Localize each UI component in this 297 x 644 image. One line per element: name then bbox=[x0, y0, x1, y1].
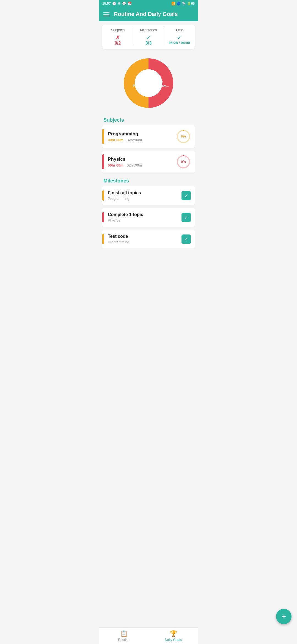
chart-label-prog: Programm… bbox=[152, 84, 169, 88]
milestone-subject-1: Programming bbox=[108, 197, 182, 201]
subject-name-physics: Physics bbox=[108, 157, 176, 162]
progress-circle-programming: 0% bbox=[176, 129, 191, 144]
milestone-checkbox-1[interactable]: ✓ bbox=[182, 191, 191, 200]
subject-card-physics[interactable]: Physics 00hr 00m 02hr:00m 0% bbox=[102, 151, 195, 173]
milestones-section-title: Milestones bbox=[99, 176, 198, 186]
milestone-card-2[interactable]: Complete 1 topic Physics ✓ bbox=[102, 208, 195, 227]
milestone-info-2: Complete 1 topic Physics bbox=[108, 212, 182, 222]
subject-times-physics: 00hr 00m 02hr:00m bbox=[108, 163, 176, 167]
subject-name-programming: Programming bbox=[108, 131, 176, 137]
stat-milestones: Milestones ✓ 3/3 bbox=[133, 24, 164, 49]
stat-milestones-value: 3/3 bbox=[145, 41, 152, 46]
stat-time-label: Time bbox=[175, 28, 183, 32]
stat-time-value: 05:28 / 04:00 bbox=[169, 41, 190, 45]
donut-chart: 50% Physics 50% Programm… bbox=[121, 56, 176, 111]
subject-time-total-programming: 02hr:00m bbox=[127, 138, 142, 142]
milestone-subject-2: Physics bbox=[108, 218, 182, 222]
calendar-icon: 📅 bbox=[128, 2, 132, 6]
progress-circle-physics: 0% bbox=[176, 154, 191, 169]
milestone-subject-3: Programming bbox=[108, 240, 182, 244]
progress-label-programming: 0% bbox=[181, 135, 186, 138]
milestone-accent-3 bbox=[102, 234, 104, 244]
stat-subjects: Subjects ✗ 0/2 bbox=[102, 24, 133, 49]
menu-button[interactable] bbox=[103, 12, 109, 16]
milestone-name-3: Test code bbox=[108, 234, 182, 239]
milestone-card-3[interactable]: Test code Programming ✓ bbox=[102, 230, 195, 249]
status-bar: 15:57 🕐 ⚙ 💬 📅 📶 🔵 📡 🔋65 bbox=[99, 0, 198, 7]
subject-time-done-programming: 00hr 00m bbox=[108, 138, 123, 142]
stat-milestones-icon: ✓ bbox=[146, 34, 151, 41]
settings-icon: ⚙ bbox=[118, 2, 121, 6]
subject-times-programming: 00hr 00m 02hr:00m bbox=[108, 138, 176, 142]
stat-subjects-label: Subjects bbox=[111, 28, 125, 32]
signal-icon: 📡 bbox=[182, 2, 186, 6]
donut-chart-container: 50% Physics 50% Programm… bbox=[99, 49, 198, 115]
milestone-info-3: Test code Programming bbox=[108, 234, 182, 244]
bluetooth-icon: 🔵 bbox=[177, 2, 181, 6]
progress-label-physics: 0% bbox=[181, 160, 186, 164]
stat-milestones-label: Milestones bbox=[140, 28, 157, 32]
stats-row: Subjects ✗ 0/2 Milestones ✓ 3/3 Time ✓ 0… bbox=[102, 24, 195, 49]
status-time: 15:57 🕐 ⚙ 💬 📅 bbox=[102, 2, 132, 6]
milestone-card-1[interactable]: Finish all topics Programming ✓ bbox=[102, 186, 195, 205]
page-title: Routine And Daily Goals bbox=[114, 11, 178, 17]
milestone-checkbox-3[interactable]: ✓ bbox=[182, 234, 191, 244]
chart-label-physics: Physics bbox=[133, 84, 145, 88]
milestone-checkbox-2[interactable]: ✓ bbox=[182, 213, 191, 222]
milestone-info-1: Finish all topics Programming bbox=[108, 190, 182, 201]
accent-physics bbox=[102, 154, 104, 169]
subject-time-done-physics: 00hr 00m bbox=[108, 163, 123, 167]
subject-info-programming: Programming 00hr 00m 02hr:00m bbox=[108, 131, 176, 142]
milestone-name-1: Finish all topics bbox=[108, 190, 182, 195]
app-header: Routine And Daily Goals bbox=[99, 7, 198, 21]
status-icons: 📶 🔵 📡 🔋65 bbox=[171, 2, 195, 6]
subjects-section-title: Subjects bbox=[99, 115, 198, 125]
milestone-accent-2 bbox=[102, 212, 104, 222]
wifi-icon: 📶 bbox=[171, 2, 175, 6]
accent-programming bbox=[102, 129, 104, 144]
clock-time: 15:57 bbox=[102, 2, 111, 6]
subject-time-total-physics: 02hr:00m bbox=[127, 163, 142, 167]
milestone-accent-1 bbox=[102, 190, 104, 201]
milestone-name-2: Complete 1 topic bbox=[108, 212, 182, 217]
chart-label-prog-percent: 50% bbox=[156, 80, 163, 83]
subject-card-programming[interactable]: Programming 00hr 00m 02hr:00m 0% bbox=[102, 125, 195, 148]
stat-subjects-icon: ✗ bbox=[116, 34, 120, 41]
whatsapp-icon: 💬 bbox=[122, 2, 126, 6]
stat-time: Time ✓ 05:28 / 04:00 bbox=[164, 24, 195, 49]
stat-subjects-value: 0/2 bbox=[115, 41, 121, 46]
battery-icon: 🔋65 bbox=[187, 2, 195, 6]
chart-label-physics-percent: 50% bbox=[135, 80, 142, 83]
alarm-icon: 🕐 bbox=[112, 2, 116, 6]
subject-info-physics: Physics 00hr 00m 02hr:00m bbox=[108, 157, 176, 167]
stat-time-icon: ✓ bbox=[177, 34, 182, 41]
